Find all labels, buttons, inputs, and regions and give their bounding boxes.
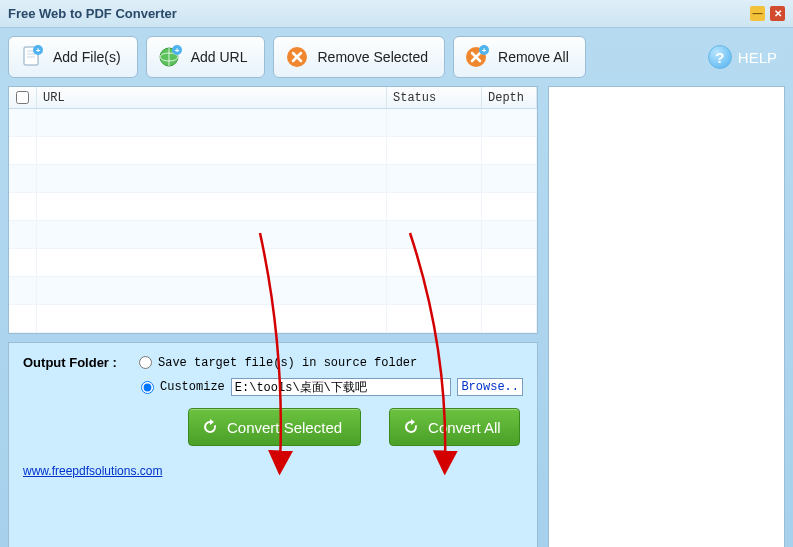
table-header: URL Status Depth <box>9 87 537 109</box>
save-in-source-label: Save target file(s) in source folder <box>158 356 417 370</box>
remove-all-button[interactable]: + Remove All <box>453 36 586 78</box>
app-title: Free Web to PDF Converter <box>8 6 745 21</box>
select-all-header[interactable] <box>9 87 37 108</box>
output-path-input[interactable] <box>231 378 452 396</box>
svg-text:+: + <box>36 46 41 55</box>
svg-text:+: + <box>174 46 179 55</box>
remove-selected-button[interactable]: Remove Selected <box>273 36 446 78</box>
remove-icon <box>284 44 310 70</box>
save-in-source-radio[interactable] <box>139 356 152 369</box>
help-button[interactable]: ? HELP <box>700 45 785 69</box>
browse-button[interactable]: Browse.. <box>457 378 523 396</box>
convert-all-label: Convert All <box>428 419 501 436</box>
minimize-button[interactable]: — <box>750 6 765 21</box>
help-label: HELP <box>738 49 777 66</box>
convert-selected-label: Convert Selected <box>227 419 342 436</box>
depth-column-header[interactable]: Depth <box>482 87 537 108</box>
remove-all-label: Remove All <box>498 49 569 65</box>
table-row[interactable] <box>9 305 537 333</box>
toolbar: + Add File(s) + Add URL Remove Selected … <box>8 36 785 78</box>
table-row[interactable] <box>9 221 537 249</box>
app-body: + Add File(s) + Add URL Remove Selected … <box>0 28 793 547</box>
customize-label: Customize <box>160 380 225 394</box>
add-url-button[interactable]: + Add URL <box>146 36 265 78</box>
titlebar: Free Web to PDF Converter — ✕ <box>0 0 793 28</box>
add-files-button[interactable]: + Add File(s) <box>8 36 138 78</box>
refresh-icon <box>201 418 219 436</box>
table-body <box>9 109 537 334</box>
convert-all-button[interactable]: Convert All <box>389 408 520 446</box>
vendor-link[interactable]: www.freepdfsolutions.com <box>23 464 162 478</box>
output-panel: Output Folder : Save target file(s) in s… <box>8 342 538 547</box>
table-row[interactable] <box>9 193 537 221</box>
output-folder-label: Output Folder : <box>23 355 133 370</box>
select-all-checkbox[interactable] <box>16 91 29 104</box>
add-url-label: Add URL <box>191 49 248 65</box>
table-row[interactable] <box>9 249 537 277</box>
table-row[interactable] <box>9 277 537 305</box>
table-row[interactable] <box>9 137 537 165</box>
status-column-header[interactable]: Status <box>387 87 482 108</box>
table-row[interactable] <box>9 165 537 193</box>
remove-all-icon: + <box>464 44 490 70</box>
remove-selected-label: Remove Selected <box>318 49 429 65</box>
add-files-label: Add File(s) <box>53 49 121 65</box>
help-icon: ? <box>708 45 732 69</box>
file-plus-icon: + <box>19 44 45 70</box>
url-table: URL Status Depth <box>8 86 538 334</box>
preview-panel <box>548 86 785 547</box>
table-row[interactable] <box>9 109 537 137</box>
svg-text:+: + <box>482 46 487 55</box>
close-button[interactable]: ✕ <box>770 6 785 21</box>
refresh-icon <box>402 418 420 436</box>
url-column-header[interactable]: URL <box>37 87 387 108</box>
convert-selected-button[interactable]: Convert Selected <box>188 408 361 446</box>
customize-radio[interactable] <box>141 381 154 394</box>
globe-plus-icon: + <box>157 44 183 70</box>
